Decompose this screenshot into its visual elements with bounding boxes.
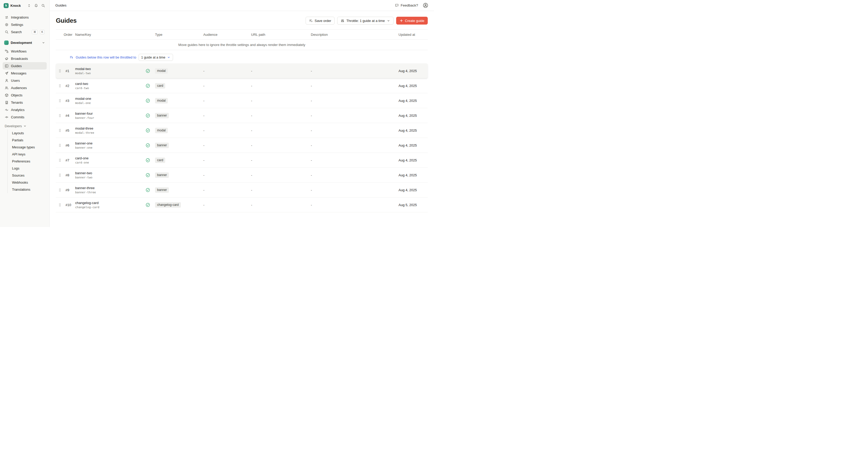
drag-handle-icon[interactable] — [56, 84, 64, 88]
sidebar-item-objects[interactable]: Objects — [3, 91, 47, 99]
sidebar-item-layouts[interactable]: Layouts — [10, 130, 47, 137]
status-check-icon — [143, 84, 155, 88]
sidebar-item-broadcasts[interactable]: Broadcasts — [3, 55, 47, 62]
row-type: modal — [155, 68, 203, 74]
workspace-selector-icon[interactable] — [26, 3, 32, 8]
sidebar-item-preferences[interactable]: Preferences — [10, 158, 47, 165]
row-description: - — [311, 173, 399, 177]
sidebar-item-translations[interactable]: Translations — [10, 186, 47, 193]
table-row[interactable]: #6 banner-one banner-one banner - - - Au… — [56, 138, 428, 153]
drag-handle-icon[interactable] — [56, 158, 64, 162]
table-row[interactable]: #8 banner-two banner-two banner - - - Au… — [56, 168, 428, 182]
page-content: Guides Save order Throttle: 1 guide at a… — [50, 11, 434, 227]
table-row[interactable]: #1 modal-two modal-two modal - - - Aug 4… — [56, 63, 428, 78]
sidebar-item-settings[interactable]: Settings — [3, 21, 47, 28]
table-row[interactable]: #7 card-one card-one card - - - Aug 4, 2… — [56, 153, 428, 168]
gear-icon — [5, 23, 9, 27]
guide-name: modal-one — [75, 97, 143, 101]
table-row[interactable]: #3 modal-one modal-one modal - - - Aug 4… — [56, 93, 428, 108]
row-updated-at: Aug 4, 2025 — [399, 129, 428, 133]
type-badge: card — [155, 83, 165, 89]
sidebar-item-commits[interactable]: Commits — [3, 113, 47, 121]
row-type: modal — [155, 128, 203, 133]
ignore-throttle-dropzone[interactable]: Move guides here to ignore the throttle … — [56, 40, 428, 50]
throttle-divider-link[interactable]: Guides below this row will be throttled … — [76, 55, 136, 59]
throttle-amount-select[interactable]: 1 guide at a time — [138, 54, 173, 61]
row-order: #2 — [64, 84, 75, 88]
sidebar-item-search[interactable]: Search⌘K — [3, 28, 47, 35]
status-check-icon — [143, 128, 155, 133]
guide-name: modal-two — [75, 67, 143, 71]
sidebar-item-integrations[interactable]: Integrations — [3, 13, 47, 21]
table-row[interactable]: #10 changelog-card changelog-card change… — [56, 197, 428, 212]
shortcut-key: K — [40, 30, 44, 34]
sidebar-item-analytics[interactable]: Analytics — [3, 106, 47, 113]
drag-handle-icon[interactable] — [56, 143, 64, 147]
sidebar-item-tenants[interactable]: Tenants — [3, 99, 47, 106]
save-order-button[interactable]: Save order — [306, 17, 335, 25]
guide-key: modal-one — [75, 101, 143, 105]
sidebar-item-webhooks[interactable]: Webhooks — [10, 179, 47, 186]
column-audience: Audience — [203, 33, 251, 36]
row-order: #10 — [64, 203, 75, 207]
feedback-button[interactable]: Feedback? — [395, 3, 418, 7]
table-row[interactable]: #4 banner-four banner-four banner - - - … — [56, 108, 428, 123]
sidebar-main-nav: Integrations Settings Search⌘K — [3, 13, 47, 35]
type-badge: banner — [155, 113, 169, 118]
table-row[interactable]: #9 banner-three banner-three banner - - … — [56, 182, 428, 197]
sidebar-item-message-types[interactable]: Message types — [10, 144, 47, 151]
create-guide-button[interactable]: Create guide — [396, 17, 428, 25]
row-audience: - — [203, 129, 251, 133]
guide-key: card-two — [75, 86, 143, 90]
knock-logo: k — [4, 3, 9, 8]
sidebar-header: k Knock — [3, 0, 47, 11]
throttle-dropdown-button[interactable]: Throttle: 1 guide at a time — [337, 17, 393, 25]
sidebar-item-workflows[interactable]: Workflows — [3, 48, 47, 55]
sidebar-item-audiences[interactable]: Audiences — [3, 84, 47, 91]
row-url-path: - — [251, 203, 311, 207]
row-type: banner — [155, 187, 203, 193]
messages-icon — [5, 71, 9, 75]
table-row[interactable]: #5 modal-three modal-three modal - - - A… — [56, 123, 428, 138]
sidebar-item-messages[interactable]: Messages — [3, 69, 47, 77]
row-order: #8 — [64, 173, 75, 177]
row-audience: - — [203, 99, 251, 103]
row-audience: - — [203, 84, 251, 88]
row-audience: - — [203, 143, 251, 147]
row-order: #3 — [64, 99, 75, 103]
drag-handle-icon[interactable] — [56, 203, 64, 207]
notifications-bell-icon[interactable] — [33, 3, 39, 8]
row-updated-at: Aug 4, 2025 — [399, 158, 428, 162]
audiences-icon — [5, 86, 9, 90]
drag-handle-icon[interactable] — [56, 99, 64, 103]
sidebar-item-sources[interactable]: Sources — [10, 172, 47, 179]
drag-handle-icon[interactable] — [56, 188, 64, 192]
drag-handle-icon[interactable] — [56, 114, 64, 118]
sidebar-item-logs[interactable]: Logs — [10, 165, 47, 172]
sidebar-item-partials[interactable]: Partials — [10, 137, 47, 144]
column-order: Order — [64, 33, 75, 36]
row-order: #4 — [64, 114, 75, 118]
user-avatar[interactable] — [423, 3, 428, 8]
row-type: banner — [155, 172, 203, 178]
sidebar-item-users[interactable]: Users — [3, 77, 47, 84]
environment-switcher[interactable]: Development — [3, 38, 47, 47]
broadcasts-icon — [5, 57, 9, 61]
row-description: - — [311, 99, 399, 103]
drag-handle-icon[interactable] — [56, 129, 64, 133]
search-icon[interactable] — [40, 3, 46, 8]
table-row[interactable]: #2 card-two card-two card - - - Aug 4, 2… — [56, 78, 428, 93]
row-name-key: modal-two modal-two — [75, 67, 143, 75]
row-audience: - — [203, 188, 251, 192]
chevron-down-icon — [167, 56, 170, 59]
page-title: Guides — [56, 17, 77, 24]
sidebar-item-guides[interactable]: Guides — [3, 62, 47, 69]
sort-descending-icon — [69, 55, 73, 59]
guide-key: banner-one — [75, 146, 143, 149]
drag-handle-icon[interactable] — [56, 69, 64, 73]
row-description: - — [311, 158, 399, 162]
drag-handle-icon[interactable] — [56, 173, 64, 177]
sidebar-env-nav: Workflows Broadcasts Guides Messages Use… — [3, 48, 47, 121]
sidebar-item-api-keys[interactable]: API keys — [10, 151, 47, 158]
developers-section-toggle[interactable]: Developers — [3, 122, 47, 130]
